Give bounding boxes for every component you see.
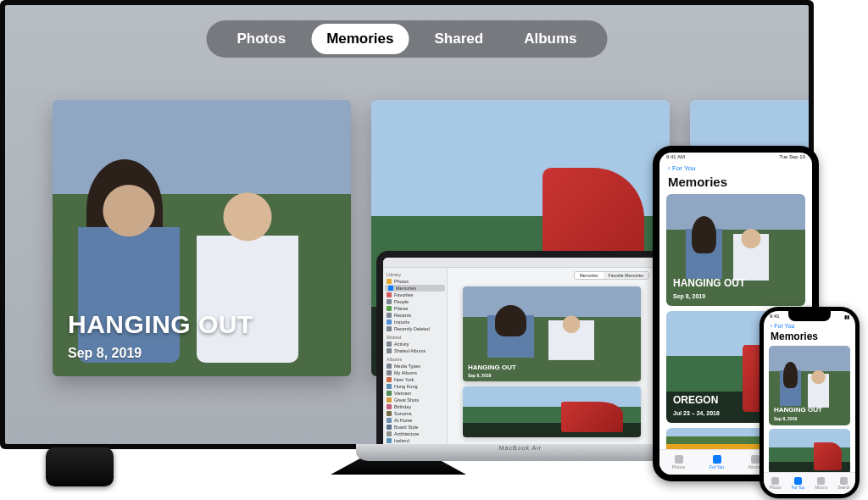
iphone-notch	[788, 311, 831, 321]
sidebar-item-label: Vietnam	[394, 391, 411, 396]
sidebar-item-board-style[interactable]: Board Style	[383, 424, 447, 431]
albums-icon	[817, 477, 825, 485]
tab-for-you[interactable]: For You	[698, 450, 736, 475]
sidebar-item-label: Shared Albums	[394, 348, 426, 353]
iphone-tab-bar: PhotosFor YouAlbumsSearch	[764, 472, 855, 494]
memory-title: HANGING OUT	[468, 364, 516, 371]
memory-card-hanging-out[interactable]: HANGING OUT Sep 8, 2019	[53, 100, 351, 376]
sidebar-section-header: Library	[383, 269, 447, 278]
memory-title: HANGING OUT	[774, 406, 822, 414]
sidebar-item-icon	[387, 306, 392, 311]
iphone-frame: 9:41 ▮▮ ‹ For You Memories HANGING OUT S…	[760, 307, 860, 498]
sidebar-item-icon	[387, 370, 392, 375]
sidebar-item-at-home[interactable]: At Home	[383, 417, 447, 424]
sidebar-item-photos[interactable]: Photos	[383, 278, 447, 285]
tab-albums[interactable]: Albums	[509, 24, 592, 54]
segment-favorite-memories[interactable]: Favorite Memories	[604, 272, 648, 279]
sidebar-item-favorites[interactable]: Favorites	[383, 292, 447, 298]
tab-label: Photos	[769, 486, 781, 490]
sidebar-item-activity[interactable]: Activity	[383, 341, 447, 347]
tab-photos[interactable]: Photos	[222, 24, 302, 54]
sidebar-item-recents[interactable]: Recents	[383, 312, 447, 319]
search-icon	[840, 477, 848, 485]
apple-tv-device	[46, 447, 114, 486]
memory-photo	[70, 159, 332, 371]
memory-date: Sep 8, 2019	[673, 293, 705, 299]
heart-icon	[794, 477, 802, 485]
memory-card-oregon[interactable]	[769, 429, 850, 472]
ipad-navbar: ‹ For You	[659, 164, 812, 174]
sidebar-item-great-shots[interactable]: Great Shots	[383, 397, 447, 403]
memory-card-hanging-out[interactable]: HANGING OUT Sep 8, 2019	[666, 194, 805, 306]
macbook-base: MacBook Air	[356, 444, 685, 461]
sidebar-item-icon	[387, 438, 392, 443]
memory-card-hanging-out[interactable]: HANGING OUT Sep 8, 2019	[463, 286, 641, 381]
sidebar-item-icon	[387, 377, 392, 382]
sidebar-item-birthday[interactable]: Birthday	[383, 403, 447, 410]
sidebar-item-imports[interactable]: Imports	[383, 319, 447, 325]
sidebar-item-sonoma[interactable]: Sonoma	[383, 410, 447, 417]
tab-shared[interactable]: Shared	[420, 24, 499, 54]
sidebar-item-label: Hong Kong	[394, 384, 418, 389]
sidebar-item-hong-kong[interactable]: Hong Kong	[383, 383, 447, 390]
sidebar-item-places[interactable]: Places	[383, 305, 447, 312]
tab-photos[interactable]: Photos	[659, 450, 698, 475]
mac-main: Memories Favorite Memories HANGING OUT S…	[448, 258, 658, 444]
sidebar-section-header: Shared	[383, 332, 447, 341]
macbook-frame: LibraryPhotosMemoriesFavoritesPeoplePlac…	[376, 251, 665, 444]
memory-title: HANGING OUT	[68, 310, 253, 339]
photos-icon	[675, 455, 683, 464]
page-title: Memories	[764, 330, 855, 346]
sidebar-item-vietnam[interactable]: Vietnam	[383, 390, 447, 397]
status-date: Tue Sep 10	[779, 154, 805, 163]
macbook-screen: LibraryPhotosMemoriesFavoritesPeoplePlac…	[383, 258, 658, 444]
heart-icon	[713, 455, 721, 464]
sidebar-item-memories[interactable]: Memories	[385, 285, 445, 292]
sidebar-item-label: Recently Deleted	[394, 326, 430, 331]
sidebar-item-label: People	[394, 299, 409, 304]
sidebar-item-icon	[387, 411, 392, 416]
tab-search[interactable]: Search	[832, 473, 855, 494]
sidebar-item-label: Activity	[394, 342, 409, 347]
memory-card-oregon[interactable]	[463, 386, 641, 437]
tab-memories[interactable]: Memories	[311, 24, 409, 54]
sidebar-item-shared-albums[interactable]: Shared Albums	[383, 347, 447, 354]
tab-label: For You	[709, 464, 724, 469]
sidebar-item-icon	[387, 364, 392, 369]
tab-photos[interactable]: Photos	[764, 473, 787, 494]
sidebar-item-iceland[interactable]: Iceland	[383, 437, 447, 444]
tab-for-you[interactable]: For You	[787, 473, 810, 494]
mac-segmented-control: Memories Favorite Memories	[574, 271, 649, 280]
sidebar-item-icon	[387, 299, 392, 304]
sidebar-item-architecture[interactable]: Architecture	[383, 431, 447, 437]
sidebar-item-icon	[387, 431, 392, 436]
memory-date: Jul 23 – 24, 2018	[673, 410, 720, 416]
memory-date: Sep 8, 2019	[68, 346, 142, 361]
memory-card-hanging-out[interactable]: HANGING OUT Sep 8, 2019	[769, 346, 850, 425]
sidebar-item-icon	[387, 342, 392, 347]
memory-date: Sep 8, 2019	[468, 373, 491, 378]
sidebar-item-label: Favorites	[394, 292, 414, 297]
sidebar-item-icon	[388, 286, 393, 291]
iphone-content[interactable]: HANGING OUT Sep 8, 2019	[764, 346, 855, 472]
sidebar-item-media-types[interactable]: Media Types	[383, 363, 447, 369]
tab-albums[interactable]: Albums	[810, 473, 832, 494]
segment-memories[interactable]: Memories	[575, 272, 604, 279]
sidebar-item-label: New York	[394, 377, 414, 382]
sidebar-item-recently-deleted[interactable]: Recently Deleted	[383, 325, 447, 332]
sidebar-item-icon	[387, 292, 392, 297]
sidebar-item-icon	[387, 313, 392, 318]
sidebar-item-label: Board Style	[394, 425, 418, 430]
memory-title: OREGON	[673, 394, 718, 406]
sidebar-item-people[interactable]: People	[383, 298, 447, 305]
sidebar-item-label: Photos	[394, 279, 409, 284]
status-time: 9:41 AM	[666, 154, 685, 163]
back-button[interactable]: ‹ For You	[668, 164, 695, 172]
sidebar-item-new-york[interactable]: New York	[383, 376, 447, 383]
back-button[interactable]: ‹ For You	[771, 323, 794, 329]
sidebar-item-label: Memories	[396, 286, 416, 291]
sidebar-item-my-albums[interactable]: My Albums	[383, 369, 447, 376]
sidebar-item-label: Media Types	[394, 364, 420, 369]
status-time: 9:41	[770, 314, 780, 323]
sidebar-item-label: Sonoma	[394, 411, 412, 416]
